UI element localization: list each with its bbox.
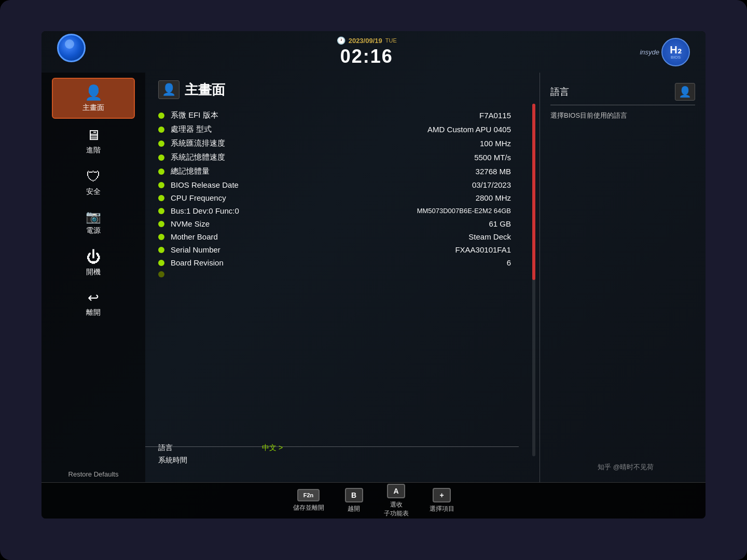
language-row[interactable]: 語言 中文 > [145,442,519,454]
logo-right: insyde H₂ BIOS [640,38,690,66]
sidebar-label-power: 電源 [86,226,101,235]
main-content: 👤 主畫面 系微 EFI 版本 F7A0115 處理器 型式 AMD Custo… [145,73,706,482]
main-icon: 👤 [85,84,103,101]
plus-key: + [433,488,451,502]
row-value: AMD Custom APU 0405 [427,125,511,134]
table-row: Board Revision 6 [158,256,527,269]
select-item-button[interactable]: + 選擇項目 [430,488,454,513]
a-key: A [387,484,405,498]
sidebar-item-security[interactable]: 🛡 安全 [52,163,135,202]
save-exit-label: 儲存並離開 [293,503,324,512]
select-submenu-button[interactable]: A 選收子功能表 [384,484,409,518]
bullet [158,195,164,201]
row-value: 100 MHz [480,139,511,148]
bullet [158,169,164,175]
bottom-bar: F2n 儲存並離開 B 越開 A 選收子功能表 + 選擇項目 [42,482,706,519]
bullet [158,127,164,133]
right-panel: 語言 👤 選擇BIOS目前使用的語言 [540,73,706,482]
table-row: CPU Frequency 2800 MHz [158,191,527,204]
board-revision-value: 6 [507,258,511,267]
sidebar-label-security: 安全 [86,187,101,197]
bottom-nav: 語言 中文 > 系統時間 [145,442,519,467]
page-title: 👤 主畫面 [158,80,527,99]
save-exit-button[interactable]: F2n 儲存並離開 [293,489,324,512]
row-label: 系統記憶體速度 [171,152,285,162]
insyde-label: insyde [640,48,659,56]
bullet [158,247,164,253]
help-description: 選擇BIOS目前使用的語言 [550,110,695,121]
watermark: 知乎 @晴时不见荷 [598,463,654,472]
help-icon: 👤 [675,83,695,101]
bullet [158,260,164,266]
logo-left [57,34,93,70]
bullet [158,271,164,277]
table-row: Bus:1 Dev:0 Func:0 MM5073D007B6E-E2M2 64… [158,204,527,217]
table-row: 總記憶體量 32768 MB [158,164,527,178]
system-time-row[interactable]: 系統時間 [145,454,519,467]
table-row: BIOS Release Date 03/17/2023 [158,178,527,191]
power-icon: 📷 [86,209,101,224]
system-time-label: 系統時間 [158,456,262,465]
sidebar-item-exit[interactable]: ↩ 離開 [52,285,135,323]
brand-logo [57,34,86,62]
bullet [158,182,164,188]
help-title: 語言 👤 [550,83,695,105]
sidebar-item-advanced[interactable]: 🖥 進階 [52,121,135,160]
screen: 🕐 2023/09/19 TUE 02:16 insyde H₂ BIOS [42,31,706,519]
scrollbar-track[interactable] [532,104,535,456]
sidebar-item-main[interactable]: 👤 主畫面 [52,78,135,119]
h2o-letter: H₂ [670,45,681,55]
language-value: 中文 > [262,443,283,453]
sidebar-label-main: 主畫面 [82,103,104,113]
sidebar: 👤 主畫面 🖥 進階 🛡 安全 📷 電源 ⏻ 開機 ↩ 離開 [42,73,145,482]
table-row: Serial Number FXAA30101FA1 [158,243,527,256]
select-submenu-label: 選收子功能表 [384,500,409,518]
row-value: FXAA30101FA1 [455,245,511,254]
clock-icon: 🕐 [337,36,345,45]
row-label: Bus:1 Dev:0 Func:0 [171,206,285,215]
advanced-icon: 🖥 [86,127,101,144]
help-title-text: 語言 [550,86,569,98]
bullet [158,141,164,147]
row-value: 03/17/2023 [472,180,511,189]
bullet [158,155,164,161]
bullet [158,221,164,227]
sidebar-label-boot: 開機 [86,268,101,277]
row-label: 處理器 型式 [171,124,285,134]
table-row: 處理器 型式 AMD Custom APU 0405 [158,122,527,136]
f2-key: F2n [297,489,320,501]
sidebar-item-power[interactable]: 📷 電源 [52,204,135,241]
h2o-bios-label: BIOS [671,55,681,60]
page-title-icon: 👤 [158,80,179,99]
clock-day: TUE [385,37,397,44]
back-label: 越開 [348,505,360,513]
bullet [158,234,164,240]
row-value: 5500 MT/s [474,153,511,162]
sidebar-item-boot[interactable]: ⏻ 開機 [52,243,135,282]
b-key: B [345,488,363,502]
bullet [158,113,164,119]
row-value: 32768 MB [476,167,511,176]
table-row: Mother Board Steam Deck [158,230,527,243]
info-panel: 👤 主畫面 系微 EFI 版本 F7A0115 處理器 型式 AMD Custo… [145,73,540,482]
boot-icon: ⏻ [86,248,101,265]
table-row: NVMe Size 61 GB [158,217,527,230]
table-row: 系微 EFI 版本 F7A0115 [158,108,527,122]
row-label: 系微 EFI 版本 [171,110,285,120]
row-label: CPU Frequency [171,193,285,202]
row-value: Steam Deck [468,232,511,241]
row-label: 系統匯流排速度 [171,138,285,148]
security-icon: 🛡 [86,168,101,185]
back-button[interactable]: B 越開 [345,488,363,513]
bezel: 🕐 2023/09/19 TUE 02:16 insyde H₂ BIOS [0,0,747,560]
row-label: 總記憶體量 [171,166,285,176]
sidebar-label-advanced: 進階 [86,146,101,155]
exit-icon: ↩ [88,290,99,306]
top-bar: 🕐 2023/09/19 TUE 02:16 insyde H₂ BIOS [42,31,706,73]
row-value: F7A0115 [479,111,511,120]
row-label: BIOS Release Date [171,180,285,189]
info-rows-container: 系微 EFI 版本 F7A0115 處理器 型式 AMD Custom APU … [158,108,527,279]
clock-date: 2023/09/19 [349,37,382,45]
restore-defaults-button[interactable]: Restore Defaults [52,466,135,482]
row-label: Mother Board [171,232,285,241]
